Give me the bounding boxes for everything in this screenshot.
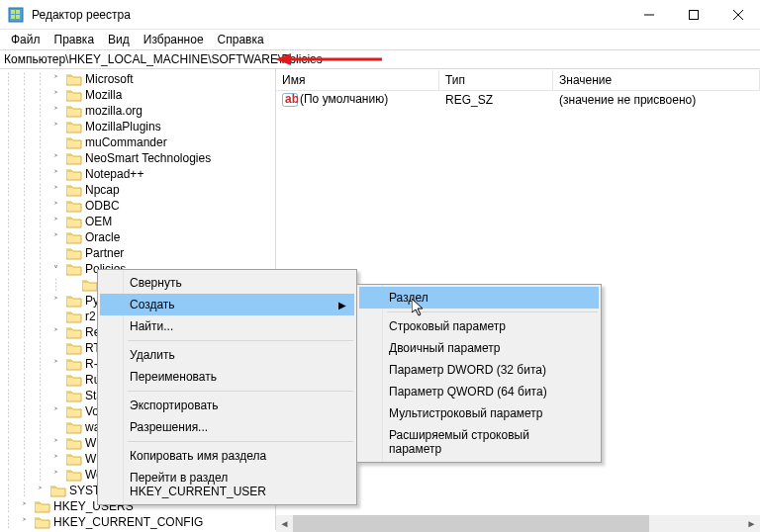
tree-item[interactable]: ┊┊┊muCommander [0, 134, 275, 150]
tree-toggle-icon[interactable]: ˃ [16, 514, 32, 530]
tree-item[interactable]: ┊┊┊˃mozilla.org [0, 103, 275, 119]
tree-item[interactable]: ┊┊┊˃Npcap [0, 182, 275, 198]
tree-item[interactable]: ┊˃HKEY_CURRENT_CONFIG [0, 514, 275, 530]
folder-icon [66, 105, 82, 118]
tree-toggle-icon[interactable]: ˃ [48, 150, 63, 166]
context-menu-item[interactable]: Найти... [100, 315, 354, 337]
folder-icon [66, 469, 82, 482]
context-menu-item[interactable]: Расширяемый строковый параметр [359, 424, 599, 460]
menu-separator [128, 441, 353, 442]
tree-item[interactable]: ┊┊┊˃OEM [0, 214, 275, 229]
tree-item[interactable]: ┊┊┊˃Oracle [0, 229, 275, 245]
menu-item-label: Свернуть [130, 276, 182, 290]
context-menu-item[interactable]: Копировать имя раздела [100, 445, 354, 467]
scroll-thumb[interactable] [293, 515, 649, 532]
context-submenu: РазделСтроковый параметрДвоичный парамет… [356, 284, 602, 463]
tree-toggle-icon[interactable]: ˃ [48, 293, 63, 309]
maximize-button[interactable] [671, 0, 715, 30]
col-header-value[interactable]: Значение [553, 70, 760, 90]
tree-label: ODBC [85, 199, 120, 213]
context-menu-item[interactable]: Параметр QWORD (64 бита) [359, 381, 599, 402]
tree-toggle-icon[interactable] [48, 134, 63, 150]
tree-toggle-icon[interactable]: ˃ [48, 166, 63, 182]
menu-item[interactable]: Справка [211, 31, 271, 48]
context-menu-item[interactable]: Параметр DWORD (32 бита) [359, 359, 599, 381]
tree-toggle-icon[interactable]: ˃ [48, 182, 63, 198]
tree-toggle-icon[interactable]: ˃ [48, 467, 63, 483]
list-row[interactable]: ab(По умолчанию)REG_SZ(значение не присв… [276, 91, 760, 108]
tree-toggle-icon[interactable] [48, 340, 63, 356]
app-icon [8, 7, 24, 23]
tree-toggle-icon[interactable] [48, 309, 63, 324]
context-menu-item[interactable]: Создать▶ [100, 294, 354, 315]
menu-item[interactable]: Правка [48, 31, 102, 48]
menu-item-label: Параметр QWORD (64 бита) [389, 385, 547, 399]
tree-toggle-icon[interactable]: ˃ [48, 71, 63, 87]
tree-label: Partner [85, 246, 124, 260]
menu-item-label: Расширяемый строковый параметр [389, 428, 569, 456]
folder-icon [66, 326, 82, 339]
tree-toggle-icon[interactable]: ˃ [48, 214, 63, 229]
context-menu-item[interactable]: Свернуть [100, 272, 354, 294]
tree-toggle-icon[interactable]: ˅ [48, 261, 63, 277]
context-menu-item[interactable]: Мультистроковый параметр [359, 402, 599, 424]
tree-item[interactable]: ┊┊┊Partner [0, 245, 275, 261]
tree-item[interactable]: ┊┊┊˃Mozilla [0, 87, 275, 103]
context-menu-item[interactable]: Удалить [100, 344, 354, 366]
scroll-right-button[interactable]: ► [743, 515, 760, 532]
context-menu-item[interactable]: Строковый параметр [359, 315, 599, 337]
address-input[interactable] [4, 52, 756, 66]
tree-toggle-icon[interactable]: ˃ [48, 435, 63, 451]
context-menu-item[interactable]: Разрешения... [100, 416, 354, 438]
context-menu-item[interactable]: Двоичный параметр [359, 337, 599, 359]
tree-item[interactable]: ┊┊┊˃MozillaPlugins [0, 119, 275, 134]
tree-toggle-icon[interactable] [48, 419, 63, 435]
menu-separator [128, 391, 353, 392]
folder-icon [82, 279, 98, 292]
col-header-name[interactable]: Имя [276, 70, 439, 90]
folder-icon [66, 390, 82, 402]
svg-rect-3 [11, 15, 15, 19]
tree-toggle-icon[interactable]: ˃ [32, 483, 48, 498]
context-menu-item[interactable]: Переименовать [100, 366, 354, 388]
menu-separator [387, 311, 598, 312]
scroll-left-button[interactable]: ◄ [276, 515, 293, 532]
menu-item[interactable]: Вид [101, 31, 137, 48]
tree-toggle-icon[interactable]: ˃ [48, 103, 63, 119]
tree-item[interactable]: ┊┊┊˃NeoSmart Technologies [0, 150, 275, 166]
tree-toggle-icon[interactable] [48, 372, 63, 388]
tree-item[interactable]: ┊┊┊˃Notepad++ [0, 166, 275, 182]
tree-item[interactable]: ┊┊┊˃ODBC [0, 198, 275, 214]
folder-icon [50, 485, 66, 497]
context-menu-item[interactable]: Раздел [359, 287, 599, 309]
tree-item[interactable]: ┊┊┊˃Microsoft [0, 71, 275, 87]
menu-item-label: Переименовать [130, 370, 217, 384]
tree-toggle-icon[interactable]: ˃ [48, 229, 63, 245]
tree-toggle-icon[interactable] [63, 277, 79, 293]
context-menu-item[interactable]: Экспортировать [100, 395, 354, 416]
folder-icon [66, 73, 82, 86]
menu-item[interactable]: Избранное [137, 31, 211, 48]
tree-toggle-icon[interactable]: ˃ [48, 119, 63, 134]
tree-toggle-icon[interactable] [48, 245, 63, 261]
tree-toggle-icon[interactable]: ˃ [48, 324, 63, 340]
close-button[interactable] [715, 0, 760, 30]
folder-icon [66, 89, 82, 102]
menu-item[interactable]: Файл [4, 31, 48, 48]
tree-label: Oracle [85, 230, 120, 244]
tree-toggle-icon[interactable]: ˃ [48, 451, 63, 467]
submenu-arrow-icon: ▶ [338, 300, 346, 310]
folder-icon [66, 168, 82, 181]
tree-toggle-icon[interactable] [48, 388, 63, 403]
tree-toggle-icon[interactable]: ˃ [48, 403, 63, 419]
context-menu-item[interactable]: Перейти в раздел HKEY_CURRENT_USER [100, 467, 354, 502]
folder-icon [35, 516, 50, 529]
minimize-button[interactable] [626, 0, 671, 30]
col-header-type[interactable]: Тип [439, 70, 553, 90]
tree-toggle-icon[interactable]: ˃ [16, 498, 32, 514]
tree-toggle-icon[interactable]: ˃ [48, 198, 63, 214]
horizontal-scrollbar[interactable]: ◄ ► [276, 515, 760, 532]
tree-toggle-icon[interactable]: ˃ [48, 87, 63, 103]
tree-toggle-icon[interactable]: ˃ [48, 356, 63, 372]
menu-item-label: Найти... [130, 319, 173, 333]
